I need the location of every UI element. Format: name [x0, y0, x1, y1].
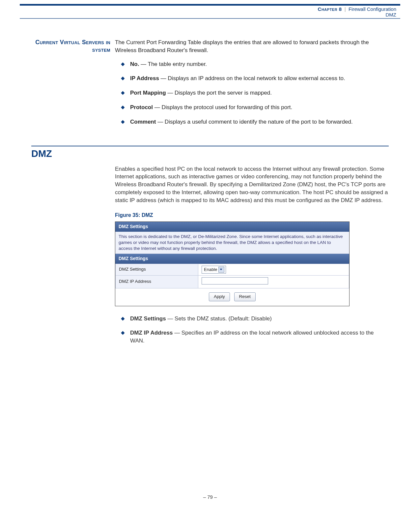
reset-button[interactable]: Reset	[234, 292, 256, 301]
figure-caption: Figure 35: DMZ	[115, 212, 389, 219]
dmz-settings-field: Enable	[198, 264, 349, 275]
bullet-desc: — Displays the protocol used for forward…	[153, 104, 292, 110]
bullet-term: Port Mapping	[130, 90, 166, 96]
section1-intro: The Current Port Forwarding Table displa…	[115, 39, 389, 54]
header-separator: |	[345, 6, 346, 12]
figure-description: This section is dedicated to the DMZ, or…	[115, 232, 349, 254]
list-item: Protocol — Displays the protocol used fo…	[115, 104, 389, 111]
list-item: DMZ IP Address — Specifies an IP address…	[115, 329, 389, 345]
bullet-desc: — Displays a useful comment to identify …	[156, 119, 352, 125]
bullet-desc: — The table entry number.	[139, 61, 207, 67]
list-item: No. — The table entry number.	[115, 60, 389, 68]
dmz-settings-select[interactable]: Enable	[202, 266, 226, 274]
figure-title-bar: DMZ Settings	[115, 222, 349, 232]
apply-button[interactable]: Apply	[209, 292, 230, 301]
page-number: – 79 –	[0, 494, 420, 500]
bullet-term: IP Address	[130, 75, 159, 81]
bullet-desc: — Displays the port the server is mapped…	[166, 90, 272, 96]
section-title-dmz: DMZ	[31, 148, 389, 159]
top-thin-rule	[20, 18, 400, 19]
running-header: Chapter 8 | Firewall Configuration	[0, 6, 396, 12]
dmz-settings-label: DMZ Settings	[116, 264, 198, 275]
running-header-sub: DMZ	[0, 12, 396, 17]
list-item: DMZ Settings — Sets the DMZ status. (Def…	[115, 315, 389, 323]
chevron-down-icon	[218, 267, 224, 273]
dmz-settings-select-value: Enable	[204, 267, 217, 273]
dmz-ip-field	[198, 275, 349, 288]
chapter-number: Chapter 8	[318, 6, 342, 12]
bullet-term: Protocol	[130, 104, 153, 110]
figure-section-bar: DMZ Settings	[115, 254, 349, 264]
bullet-term: No.	[130, 61, 139, 67]
bullet-desc: — Sets the DMZ status. (Default: Disable…	[166, 315, 272, 322]
dmz-intro: Enables a specified host PC on the local…	[115, 165, 389, 204]
dmz-ip-label: DMZ IP Address	[116, 275, 198, 288]
top-thick-rule	[20, 4, 400, 6]
list-item: IP Address — Displays an IP address on t…	[115, 74, 389, 82]
list-item: Comment — Displays a useful comment to i…	[115, 118, 389, 126]
chapter-title: Firewall Configuration	[349, 6, 396, 12]
bullet-term: Comment	[130, 119, 156, 125]
bullet-term: DMZ Settings	[130, 315, 166, 322]
section-rule	[31, 146, 389, 146]
figure-dmz-screenshot: DMZ Settings This section is dedicated t…	[115, 222, 350, 306]
dmz-ip-input[interactable]	[202, 277, 268, 284]
side-heading-current-virtual-servers: Current Virtual Servers in system	[31, 39, 115, 53]
bullet-desc: — Displays an IP address on the local ne…	[159, 75, 345, 81]
bullet-term: DMZ IP Address	[130, 330, 173, 336]
list-item: Port Mapping — Displays the port the ser…	[115, 89, 389, 97]
